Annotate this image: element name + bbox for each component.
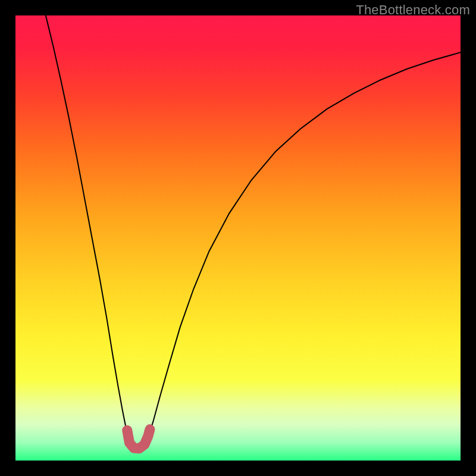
watermark-text: TheBottleneck.com (356, 2, 470, 18)
chart-background (15, 15, 461, 461)
chart-frame: TheBottleneck.com (0, 0, 476, 476)
bottleneck-chart (15, 15, 461, 461)
